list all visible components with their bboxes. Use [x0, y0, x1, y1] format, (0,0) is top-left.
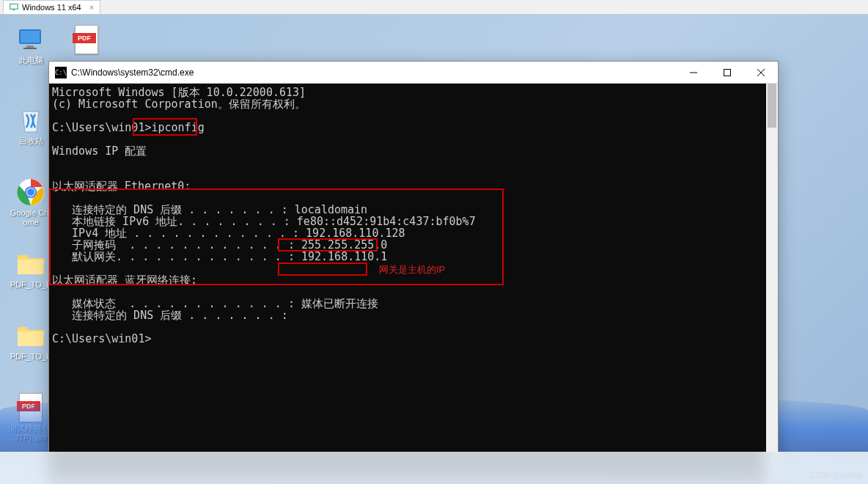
folder-icon-1[interactable]: PDF_TO_E — [9, 249, 53, 290]
svg-rect-3 — [26, 45, 34, 48]
icon-label: PDF_TO_E — [9, 280, 53, 290]
scrollbar-thumb[interactable] — [768, 84, 776, 128]
close-button[interactable] — [744, 62, 778, 84]
command-text: ipconfig — [151, 121, 204, 134]
svg-rect-4 — [23, 48, 37, 49]
annotation-text: 网关是主机的IP — [379, 264, 445, 276]
cmd-window: C:\ C:\Windows\system32\cmd.exe Microsof… — [48, 61, 779, 479]
pdf-file-icon[interactable]: PDF — [65, 25, 108, 56]
this-pc-icon[interactable]: 此电脑 — [9, 25, 53, 65]
cmd-icon: C:\ — [55, 67, 67, 78]
svg-point-8 — [27, 188, 34, 196]
vm-tab-label: Windows 11 x64 — [22, 3, 81, 12]
folder-icon-2[interactable]: PDF_TO_E — [9, 321, 53, 362]
media-value: 媒体已断开连接 — [295, 297, 378, 310]
cmd-title: C:\Windows\system32\cmd.exe — [71, 67, 677, 78]
vm-tab[interactable]: Windows 11 x64 × — [3, 0, 100, 14]
ipconfig-heading: Windows IP 配置 — [52, 144, 147, 158]
gateway-label: 默认网关. . . . . . . . . . . . . : — [52, 250, 295, 263]
watermark: CSDN @小陆猪 — [810, 471, 862, 481]
copyright-line: (c) Microsoft Corporation。保留所有权利。 — [52, 98, 306, 111]
icon-label: Google Chrome — [9, 208, 53, 227]
adapter-heading: 以太网适配器 Ethernet0: — [52, 180, 191, 193]
folder-icon — [16, 323, 45, 349]
gateway-value: 192.168.110.1 — [295, 250, 387, 263]
chrome-icon[interactable]: Google Chrome — [9, 177, 53, 227]
bin-icon — [17, 106, 45, 135]
folder-icon — [16, 251, 45, 277]
cmd-titlebar[interactable]: C:\ C:\Windows\system32\cmd.exe — [49, 62, 778, 84]
icon-label: 回收站 — [9, 136, 53, 146]
minimize-button[interactable] — [677, 62, 710, 84]
taskbar[interactable] — [0, 452, 868, 484]
scrollbar[interactable] — [766, 84, 778, 478]
close-icon[interactable]: × — [89, 3, 94, 12]
chrome-logo-icon — [17, 178, 45, 206]
cmd-output[interactable]: Microsoft Windows [版本 10.0.22000.613] (c… — [49, 84, 778, 478]
dns2-label: 连接特定的 DNS 后缀 . . . . . . . : — [52, 309, 288, 322]
desktop: 此电脑 PDF 回收站 Google Chrome PDF_TO_E PDF_T… — [0, 15, 868, 484]
pdf-icon: PDF — [75, 25, 98, 54]
svg-rect-0 — [10, 4, 18, 10]
svg-rect-10 — [724, 69, 731, 76]
recycle-bin-icon[interactable]: 回收站 — [9, 106, 53, 146]
highlight-gateway — [278, 263, 367, 276]
prompt: C:\Users\win01> — [52, 121, 151, 134]
adapter2-heading: 以太网适配器 蓝牙网络连接: — [52, 274, 197, 287]
maximize-button[interactable] — [710, 62, 744, 84]
monitor-icon — [16, 25, 45, 54]
vm-tab-bar: Windows 11 x64 × — [0, 0, 868, 15]
svg-rect-2 — [21, 31, 40, 43]
icon-label: PDF_TO_E — [9, 352, 53, 362]
icon-label: 此电脑 — [9, 56, 53, 65]
monitor-icon — [10, 3, 18, 12]
prompt2: C:\Users\win01> — [52, 332, 151, 345]
